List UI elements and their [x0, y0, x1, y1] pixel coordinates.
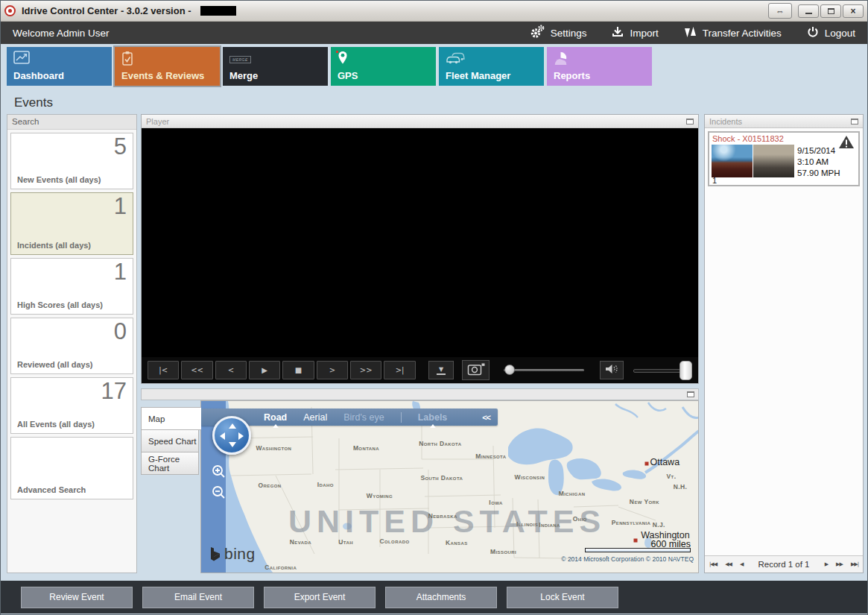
maximize-panel-icon[interactable]	[686, 119, 694, 124]
incident-list-item[interactable]: Shock - X01511832 9/15/2014	[708, 131, 860, 186]
tab-fleet-manager[interactable]: Fleet Manager	[439, 47, 544, 86]
high-scores-label: High Scores (all days)	[17, 300, 103, 309]
snapshot-button[interactable]	[462, 360, 490, 380]
card-all-events[interactable]: 17 All Events (all days)	[10, 377, 133, 434]
tab-dashboard[interactable]: Dashboard	[7, 47, 112, 86]
maximize-panel-icon[interactable]	[851, 119, 858, 124]
settings-button[interactable]: Settings	[530, 25, 587, 41]
incident-info: 9/15/2014 3:10 AM 57.90 MPH	[797, 145, 840, 179]
tab-merge[interactable]: MERGE Merge	[223, 47, 328, 86]
maximize-panel-icon[interactable]	[687, 391, 694, 397]
tab-reports[interactable]: Reports	[547, 47, 652, 86]
road-camera-thumbnail[interactable]	[712, 145, 753, 177]
tab-events-reviews[interactable]: Events & Reviews	[115, 47, 220, 86]
map-pan-control[interactable]	[212, 416, 251, 455]
pan-down-icon[interactable]	[229, 442, 236, 447]
module-tabstrip: Dashboard Events & Reviews MERGE Merge	[1, 44, 867, 89]
lock-event-button[interactable]: Lock Event	[507, 587, 618, 608]
maximize-button[interactable]	[820, 4, 841, 18]
first-record-button[interactable]: |◀◀	[709, 561, 717, 567]
card-incidents[interactable]: 1 Incidents (all days)	[10, 192, 133, 255]
play-button[interactable]: ▶	[249, 361, 280, 379]
step-forward-button[interactable]: >	[317, 361, 348, 379]
map-state-label: Utah	[338, 538, 353, 546]
rewind-button[interactable]: <<	[181, 361, 212, 379]
transfer-icon	[684, 26, 697, 40]
last-record-button[interactable]: ▶▶|	[851, 561, 858, 567]
tab-map[interactable]: Map	[141, 407, 201, 430]
footer-actionbar: Review Event Email Event Export Event At…	[1, 581, 867, 614]
seek-track	[504, 369, 584, 371]
mute-button[interactable]	[600, 361, 624, 379]
map-mode-aerial[interactable]: Aerial	[303, 412, 327, 423]
stop-button[interactable]: ■	[282, 361, 314, 379]
logout-button[interactable]: Logout	[807, 26, 855, 40]
map-view-tabs: Map Speed Chart G-Force Chart	[141, 408, 201, 475]
map-scale-bar	[585, 548, 691, 552]
card-reviewed[interactable]: 0 Reviewed (all days)	[10, 318, 133, 374]
cab-camera-thumbnail[interactable]	[753, 145, 794, 177]
minimize-button[interactable]	[798, 4, 819, 18]
transfer-activities-button[interactable]: Transfer Activities	[684, 26, 782, 40]
titlebar: Idrive Control Center - 3.0.2 version - …	[1, 1, 867, 22]
pan-up-icon[interactable]	[229, 423, 236, 429]
email-event-button[interactable]: Email Event	[142, 587, 254, 608]
resize-toggle-button[interactable]: ⇔	[768, 3, 792, 19]
map-state-label: South Dakota	[420, 474, 463, 482]
redacted-username	[200, 6, 236, 16]
video-display[interactable]	[142, 128, 698, 357]
pan-left-icon[interactable]	[220, 432, 225, 440]
map-mode-labels[interactable]: Labels	[418, 412, 448, 423]
search-panel: Search 5 New Events (all days) 1 Inciden…	[7, 114, 137, 573]
map-state-label: N.J.	[653, 521, 665, 529]
volume-slider-thumb[interactable]	[679, 361, 692, 380]
map-mode-road[interactable]: Road	[264, 412, 287, 423]
card-new-events[interactable]: 5 New Events (all days)	[10, 133, 133, 189]
volume-slider[interactable]	[633, 360, 692, 381]
last-frame-button[interactable]: >|	[384, 361, 415, 379]
map-state-label: Wisconsin	[515, 473, 545, 481]
incidents-label: Incidents (all days)	[17, 241, 91, 250]
close-button[interactable]: ×	[843, 4, 864, 18]
card-high-scores[interactable]: 1 High Scores (all days)	[10, 258, 133, 315]
download-icon: ▼	[437, 366, 446, 375]
map-state-label: North Dakota	[419, 440, 461, 447]
minimize-icon	[805, 12, 812, 14]
card-advanced-search[interactable]: Advanced Search	[10, 437, 133, 499]
incident-count: 1	[712, 176, 717, 185]
export-event-button[interactable]: Export Event	[264, 587, 376, 608]
line-chart-icon	[13, 55, 31, 68]
map-state-label: Oregon	[259, 482, 282, 489]
pan-right-icon[interactable]	[238, 432, 244, 440]
content-area: Search 5 New Events (all days) 1 Inciden…	[1, 114, 867, 576]
next-page-button[interactable]: ▶▶	[836, 561, 843, 567]
bing-map[interactable]: UNITED STATES WashingtonMontanaNorth Dak…	[200, 400, 699, 573]
seek-slider-thumb[interactable]	[504, 365, 515, 375]
download-video-button[interactable]: ▼	[428, 361, 454, 379]
next-record-button[interactable]: ▶	[825, 561, 828, 567]
map-attribution: © 2014 Microsoft Corporation © 2010 NAVT…	[561, 555, 694, 563]
tab-gforce-chart[interactable]: G-Force Chart	[141, 452, 199, 475]
attachments-button[interactable]: Attachments	[385, 587, 497, 608]
tab-gps[interactable]: GPS	[331, 47, 436, 86]
map-mode-birds-eye[interactable]: Bird's eye	[343, 412, 384, 423]
seek-slider[interactable]	[504, 361, 584, 379]
first-frame-button[interactable]: |<	[148, 361, 179, 379]
map-state-label: Kansas	[446, 539, 468, 546]
collapse-toolbar-button[interactable]: <<	[482, 413, 490, 422]
tab-speed-chart[interactable]: Speed Chart	[141, 429, 199, 452]
settings-label: Settings	[551, 28, 587, 39]
fast-forward-button[interactable]: >>	[350, 361, 381, 379]
tab-reports-label: Reports	[554, 70, 590, 81]
step-back-button[interactable]: <	[215, 361, 247, 379]
gps-red-dot-icon	[336, 51, 338, 53]
app-logo-icon	[4, 5, 16, 16]
speaker-icon	[605, 363, 618, 377]
zoom-in-button[interactable]	[210, 464, 228, 482]
map-state-label: Colorado	[379, 537, 409, 545]
zoom-out-button[interactable]	[210, 485, 228, 502]
previous-record-button[interactable]: ◀	[740, 561, 743, 567]
review-event-button[interactable]: Review Event	[21, 587, 133, 608]
import-button[interactable]: Import	[612, 26, 658, 40]
previous-page-button[interactable]: ◀◀	[725, 561, 732, 567]
